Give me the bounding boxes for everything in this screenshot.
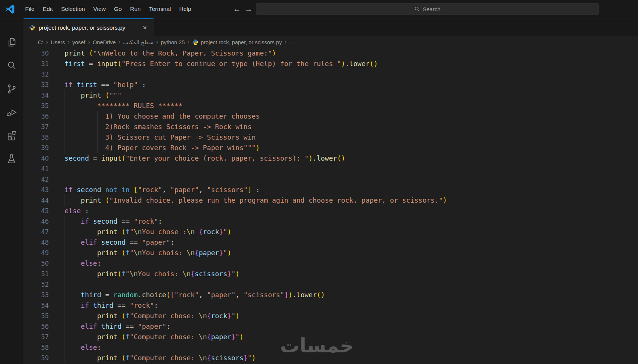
vscode-logo-icon — [5, 4, 15, 14]
menu-help[interactable]: Help — [175, 3, 196, 15]
menu-run[interactable]: Run — [126, 3, 144, 15]
nav-forward-arrow[interactable]: → — [245, 0, 253, 18]
code-text: 1) You choose and the computer chooses — [65, 111, 260, 122]
indent-guide — [65, 290, 65, 300]
code-line: 38 3) Scissors cut Paper -> Scissors win — [24, 132, 638, 143]
tab-strip: project rock, paper, or scissors.py ✕ — [24, 18, 638, 36]
extensions-icon[interactable] — [6, 130, 17, 141]
search-icon — [414, 6, 420, 12]
line-number: 54 — [24, 300, 49, 311]
line-number: 42 — [24, 174, 49, 185]
code-line: 49 print (f"\nYou chois: \n{paper}") — [24, 248, 638, 258]
code-line: 44 print ("Invalid choice. please run th… — [24, 195, 638, 206]
code-editor[interactable]: 30print ("\nWelco to the Rock, Paper, Sc… — [24, 48, 638, 364]
indent-guide — [65, 143, 65, 153]
menu-view[interactable]: View — [89, 3, 110, 15]
line-number: 58 — [24, 342, 49, 353]
breadcrumb-item[interactable]: yosef — [72, 39, 86, 45]
menu-go[interactable]: Go — [110, 3, 126, 15]
code-text: print (f"\nYou chose :\n {rock}") — [65, 227, 231, 237]
search-view-icon[interactable] — [6, 60, 17, 71]
indent-guide — [65, 101, 65, 111]
run-debug-icon[interactable] — [6, 107, 17, 118]
code-line: 39 4) Paper covers Rock -> Paper wins"""… — [24, 143, 638, 153]
code-line: 54 if third == "rock": — [24, 300, 638, 311]
code-line: 47 print (f"\nYou chose :\n {rock}") — [24, 227, 638, 237]
breadcrumb-file[interactable]: project rock, paper, or scissors.py — [192, 39, 282, 45]
line-number: 33 — [24, 80, 49, 90]
line-number: 43 — [24, 185, 49, 195]
chevron-right-icon: › — [44, 38, 51, 47]
explorer-icon[interactable] — [6, 37, 17, 48]
indent-guide — [65, 258, 65, 269]
line-number: 41 — [24, 164, 49, 174]
indent-guide — [81, 111, 81, 122]
code-line: 35 ******** RULES ****** — [24, 101, 638, 111]
search-input[interactable]: Search — [256, 3, 599, 15]
code-text: print ("\nWelco to the Rock, Paper, Scis… — [65, 48, 276, 59]
nav-back-arrow[interactable]: ← — [233, 0, 241, 18]
code-text: ******** RULES ****** — [65, 101, 182, 111]
code-line: 31first = input("Press Enter to coninue … — [24, 59, 638, 69]
code-line: 45else : — [24, 206, 638, 216]
line-number: 57 — [24, 332, 49, 342]
indent-guide — [65, 111, 65, 122]
code-line: 34 print (""" — [24, 90, 638, 101]
code-line: 36 1) You choose and the computer choose… — [24, 111, 638, 122]
line-number: 47 — [24, 227, 49, 237]
code-text: print (f"\nYou chois: \n{paper}") — [65, 248, 231, 258]
indent-guide — [65, 300, 65, 311]
breadcrumb-item[interactable]: Users — [50, 39, 65, 45]
breadcrumb: C:›Users›yosef›OneDrive›سطح المكتب›pytho… — [24, 36, 638, 48]
line-number: 49 — [24, 248, 49, 258]
indent-guide — [81, 122, 81, 132]
breadcrumb-item[interactable]: C: — [38, 39, 44, 45]
code-text: elif second == "paper": — [65, 237, 175, 248]
chevron-right-icon: › — [65, 38, 72, 47]
source-control-icon[interactable] — [6, 83, 17, 95]
code-text: if first == "help" : — [65, 80, 146, 90]
line-number: 34 — [24, 90, 49, 101]
code-line: 32 — [24, 69, 638, 80]
code-line: 53 third = random.choice(["rock", "paper… — [24, 290, 638, 300]
code-line: 50 else: — [24, 258, 638, 269]
menu-file[interactable]: File — [21, 3, 39, 15]
tab-project-file[interactable]: project rock, paper, or scissors.py ✕ — [24, 18, 153, 36]
indent-guide — [65, 353, 65, 363]
breadcrumb-item[interactable]: OneDrive — [92, 39, 116, 45]
menu-terminal[interactable]: Terminal — [145, 3, 175, 15]
tab-close-icon[interactable]: ✕ — [141, 24, 149, 32]
code-text: elif third == "paper": — [65, 321, 170, 332]
indent-guide — [97, 122, 98, 132]
code-line: 48 elif second == "paper": — [24, 237, 638, 248]
line-number: 55 — [24, 311, 49, 321]
code-text: print ("Invalid choice. please run the p… — [65, 195, 447, 206]
code-text: if third == "rock": — [65, 300, 158, 311]
chevron-right-icon: › — [282, 38, 289, 47]
code-line: 55 print (f"Computer chose: \n{rock}") — [24, 311, 638, 321]
line-number: 48 — [24, 237, 49, 248]
line-number: 38 — [24, 132, 49, 143]
khamsat-watermark: خمسات — [280, 334, 354, 357]
code-line: 43if second not in ["rock", "paper", "sc… — [24, 185, 638, 195]
search-placeholder: Search — [423, 6, 441, 12]
chevron-right-icon: › — [86, 38, 92, 47]
code-line: 40second = input("Enter your choice (roc… — [24, 153, 638, 164]
menu-selection[interactable]: Selection — [57, 3, 89, 15]
menu-edit[interactable]: Edit — [39, 3, 57, 15]
indent-guide — [81, 101, 81, 111]
indent-guide — [81, 248, 81, 258]
code-lines: 30print ("\nWelco to the Rock, Paper, Sc… — [24, 48, 638, 363]
breadcrumb-item[interactable]: python 25 — [161, 39, 185, 45]
code-line: 41 — [24, 164, 638, 174]
code-line: 42 — [24, 174, 638, 185]
line-number: 30 — [24, 48, 49, 59]
breadcrumb-symbol-ellipsis[interactable]: … — [289, 39, 295, 45]
indent-guide — [81, 311, 81, 321]
code-text: third = random.choice(["rock", "paper", … — [65, 290, 325, 300]
code-line: 30print ("\nWelco to the Rock, Paper, Sc… — [24, 48, 638, 59]
breadcrumb-item[interactable]: سطح المكتب — [123, 39, 154, 45]
testing-icon[interactable] — [6, 153, 17, 164]
indent-guide — [65, 122, 65, 132]
indent-guide — [81, 332, 81, 342]
